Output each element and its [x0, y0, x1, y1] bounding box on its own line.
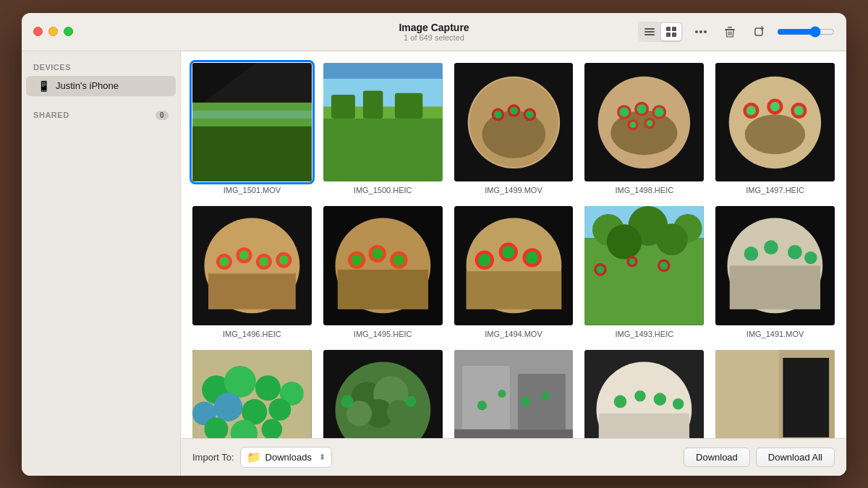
svg-point-132 — [405, 396, 416, 407]
photo-item-1488[interactable]: IMG_1488.MOV — [454, 350, 574, 437]
photo-thumb-1494 — [454, 206, 574, 325]
photo-item-1491[interactable]: IMG_1491.MOV — [715, 206, 835, 338]
svg-rect-83 — [466, 271, 561, 309]
phone-icon: 📱 — [38, 80, 50, 92]
svg-point-37 — [509, 106, 517, 114]
photo-item-1496[interactable]: IMG_1496.HEIC — [192, 206, 312, 338]
close-button[interactable] — [33, 27, 43, 36]
grid-scroll[interactable]: IMG_1501.MOV — [181, 51, 846, 438]
photo-item-1487[interactable]: IMG_1487.HEIC — [584, 350, 704, 437]
svg-rect-23 — [323, 63, 443, 79]
photo-label-1497: IMG_1497.HEIC — [746, 186, 804, 194]
shared-badge: 0 — [156, 111, 169, 120]
photo-thumb-1489 — [323, 350, 443, 437]
delete-button[interactable] — [719, 21, 741, 43]
download-all-button[interactable]: Download All — [756, 448, 835, 467]
photo-label-1495: IMG_1495.HEIC — [354, 330, 412, 338]
svg-rect-135 — [462, 366, 510, 429]
photo-item-1495[interactable]: IMG_1495.HEIC — [323, 206, 443, 338]
svg-point-118 — [214, 393, 243, 421]
photo-item-1486[interactable]: IMG_1486.MOV — [715, 350, 835, 437]
titlebar: Image Capture 1 of 649 selected — [22, 13, 846, 51]
svg-point-89 — [525, 252, 538, 265]
svg-point-96 — [607, 225, 642, 260]
svg-point-131 — [341, 395, 354, 408]
svg-rect-4 — [672, 27, 676, 31]
svg-point-8 — [699, 30, 702, 33]
svg-point-115 — [255, 375, 281, 401]
svg-point-46 — [637, 104, 647, 114]
photo-item-1499[interactable]: IMG_1499.MOV — [454, 63, 574, 195]
photo-label-1501: IMG_1501.MOV — [224, 186, 281, 194]
photo-item-1494[interactable]: IMG_1494.MOV — [454, 206, 574, 338]
photo-label-1493: IMG_1493.HEIC — [615, 330, 673, 338]
svg-point-120 — [268, 398, 291, 421]
photo-thumb-1487 — [584, 350, 704, 437]
photo-thumb-1486 — [715, 350, 835, 437]
zoom-slider[interactable] — [777, 26, 835, 38]
download-button[interactable]: Download — [684, 448, 750, 467]
photo-item-1493[interactable]: IMG_1493.HEIC — [584, 206, 704, 338]
minimize-button[interactable] — [48, 27, 58, 36]
svg-point-147 — [654, 393, 667, 406]
photo-thumb-1497 — [715, 63, 835, 182]
photo-item-1498[interactable]: IMG_1498.HEIC — [584, 63, 704, 195]
svg-rect-6 — [672, 33, 676, 37]
svg-rect-5 — [666, 33, 671, 37]
photo-label-1499: IMG_1499.MOV — [485, 186, 542, 194]
shared-section-title: SHARED — [33, 111, 69, 119]
svg-point-71 — [279, 255, 289, 265]
photo-grid: IMG_1501.MOV — [192, 63, 835, 438]
import-select[interactable]: 📁 Downloads ⬍ — [240, 447, 332, 468]
photo-item-1500[interactable]: IMG_1500.HEIC — [323, 63, 443, 195]
photo-thumb-1496 — [192, 206, 312, 325]
list-view-button[interactable] — [639, 23, 660, 40]
svg-point-139 — [498, 390, 506, 398]
bottom-buttons: Download Download All — [684, 448, 835, 467]
sidebar-item-iphone[interactable]: 📱 Justin's iPhone — [26, 76, 176, 96]
chevron-updown-icon: ⬍ — [319, 453, 326, 462]
svg-rect-144 — [599, 414, 689, 437]
svg-point-99 — [597, 266, 605, 274]
folder-icon: 📁 — [247, 450, 261, 464]
grid-area: IMG_1501.MOV — [181, 51, 846, 476]
svg-rect-106 — [730, 266, 820, 309]
photo-thumb-1500 — [323, 63, 443, 182]
svg-point-9 — [704, 30, 707, 33]
svg-point-54 — [745, 114, 806, 154]
svg-rect-63 — [208, 274, 296, 309]
svg-point-80 — [393, 254, 404, 265]
photo-item-1490[interactable]: IMG_1490.MOV — [192, 350, 312, 437]
photo-item-1501[interactable]: IMG_1501.MOV — [192, 63, 312, 195]
view-toggle — [638, 22, 683, 42]
svg-point-47 — [655, 107, 664, 116]
svg-point-145 — [614, 395, 627, 408]
svg-point-45 — [620, 107, 629, 116]
svg-point-138 — [477, 401, 486, 410]
svg-rect-27 — [363, 90, 383, 118]
svg-point-59 — [770, 101, 780, 111]
svg-rect-21 — [192, 110, 312, 118]
svg-rect-152 — [783, 358, 830, 437]
photo-item-1497[interactable]: IMG_1497.HEIC — [715, 63, 835, 195]
photo-thumb-1501 — [192, 63, 312, 182]
photo-thumb-1495 — [323, 206, 443, 325]
devices-section-title: DEVICES — [22, 60, 180, 76]
photo-label-1496: IMG_1496.HEIC — [223, 330, 281, 338]
photo-item-1489[interactable]: IMG_1489.HEIC — [323, 350, 443, 437]
zoom-slider-area — [777, 26, 835, 38]
svg-point-148 — [673, 398, 684, 409]
import-to-area: Import To: 📁 Downloads ⬍ — [192, 447, 332, 468]
maximize-button[interactable] — [64, 27, 73, 36]
grid-view-button[interactable] — [661, 23, 681, 40]
rotate-button[interactable] — [748, 21, 770, 43]
svg-point-50 — [630, 121, 637, 128]
sidebar: DEVICES 📱 Justin's iPhone SHARED 0 — [22, 51, 181, 476]
svg-rect-11 — [728, 27, 732, 28]
import-to-label: Import To: — [192, 452, 234, 463]
svg-point-38 — [525, 110, 533, 118]
more-button[interactable] — [690, 21, 712, 43]
device-name: Justin's iPhone — [56, 80, 119, 91]
photo-thumb-1488 — [454, 350, 574, 437]
svg-point-7 — [695, 30, 698, 33]
